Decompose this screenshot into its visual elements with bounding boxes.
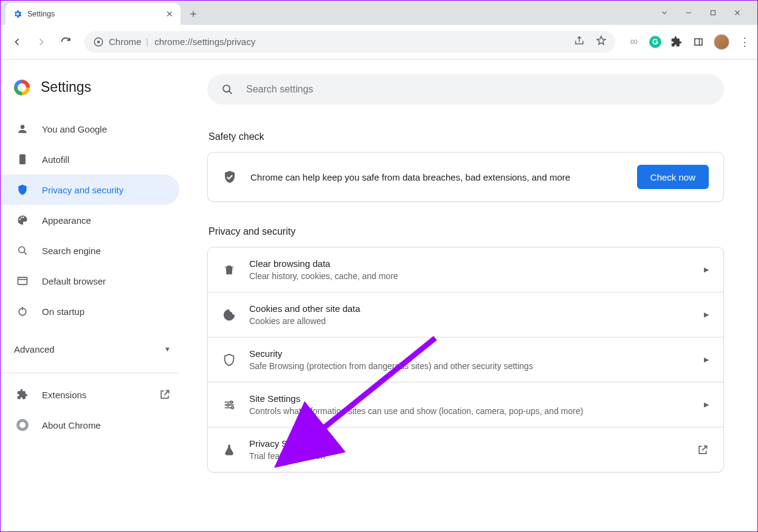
sidebar-item-extensions[interactable]: Extensions [1, 379, 189, 410]
search-settings-field[interactable] [207, 74, 724, 105]
trash-icon [222, 263, 236, 277]
sidebar-item-on-startup[interactable]: On startup [1, 296, 179, 326]
about-label: About Chrome [42, 420, 101, 430]
search-icon [221, 83, 234, 96]
close-icon[interactable]: ✕ [166, 10, 173, 18]
shield-icon [222, 353, 236, 367]
sidebar-item-label: On startup [42, 306, 84, 317]
sidebar-item-search-engine[interactable]: Search engine [1, 235, 179, 266]
svg-point-2 [97, 40, 100, 43]
search-settings-input[interactable] [245, 83, 711, 95]
row-site-settings[interactable]: Site SettingsControls what information s… [208, 382, 723, 427]
chevron-down-icon[interactable] [659, 9, 670, 17]
cookie-icon [222, 308, 236, 322]
browser-tab[interactable]: Settings ✕ [5, 3, 181, 25]
sidebar-item-label: Privacy and security [42, 185, 123, 195]
row-privacy-sandbox[interactable]: Privacy SandboxTrial features are on [208, 427, 723, 472]
sidebar-divider [1, 373, 179, 373]
row-title: Security [249, 348, 691, 359]
chevron-down-icon: ▼ [164, 345, 171, 353]
gear-icon [13, 9, 22, 19]
row-title: Cookies and other site data [249, 303, 691, 314]
window-maximize-icon[interactable] [708, 9, 718, 17]
address-bar[interactable]: Chrome | chrome://settings/privacy [84, 31, 615, 53]
sidebar-item-label: Search engine [42, 246, 101, 256]
sidebar-item-default-browser[interactable]: Default browser [1, 266, 179, 296]
svg-point-8 [230, 401, 233, 403]
extensions-button[interactable] [670, 35, 683, 49]
privacy-list-card: Clear browsing dataClear history, cookie… [207, 247, 724, 472]
svg-point-7 [223, 85, 230, 92]
window-close-icon[interactable] [732, 9, 743, 17]
chevron-right-icon: ▶ [704, 266, 709, 274]
grammarly-icon[interactable]: G [649, 36, 661, 48]
settings-brand: Settings [1, 74, 189, 108]
chevron-right-icon: ▶ [704, 311, 709, 319]
safety-text: Chrome can help keep you safe from data … [250, 172, 624, 182]
chrome-menu-button[interactable]: ⋮ [738, 35, 751, 49]
svg-point-10 [232, 406, 234, 409]
reload-button[interactable] [55, 32, 76, 52]
tab-title: Settings [27, 10, 55, 18]
new-tab-button[interactable] [184, 5, 202, 23]
page-title: Settings [41, 79, 91, 95]
profile-avatar[interactable] [714, 34, 729, 50]
omnibox-chip-label: Chrome [109, 36, 141, 47]
advanced-label: Advanced [14, 344, 55, 354]
shield-check-icon [222, 170, 237, 184]
sidebar-item-label: Default browser [42, 276, 106, 286]
extension-icons: ∞ G ⋮ [627, 34, 751, 50]
chevron-right-icon: ▶ [704, 401, 709, 409]
extensions-label: Extensions [42, 390, 86, 400]
section-heading-safety: Safety check [208, 131, 727, 142]
sidebar-item-appearance[interactable]: Appearance [1, 205, 179, 235]
site-info-chip[interactable]: Chrome | [93, 36, 148, 47]
row-subtitle: Cookies are allowed [249, 316, 691, 326]
sidebar-item-autofill[interactable]: Autofill [1, 144, 179, 174]
svg-rect-0 [711, 11, 715, 15]
open-in-new-icon [159, 389, 171, 401]
row-title: Site Settings [249, 393, 691, 404]
back-button[interactable] [7, 32, 27, 52]
sidebar-advanced-toggle[interactable]: Advanced ▼ [1, 334, 189, 364]
flask-icon [222, 443, 236, 457]
browser-titlebar: Settings ✕ [1, 1, 757, 25]
settings-page: Settings You and Google Autofill Privacy… [1, 59, 757, 531]
chrome-logo-icon [14, 80, 30, 95]
row-security[interactable]: SecuritySafe Browsing (protection from d… [208, 337, 723, 382]
open-in-new-icon [697, 444, 709, 456]
section-heading-privacy: Privacy and security [208, 226, 727, 237]
row-clear-browsing-data[interactable]: Clear browsing dataClear history, cookie… [208, 247, 723, 292]
window-minimize-icon[interactable] [683, 9, 694, 17]
settings-nav: You and Google Autofill Privacy and secu… [1, 108, 189, 326]
sidebar-item-about-chrome[interactable]: About Chrome [1, 410, 189, 440]
settings-main: Safety check Chrome can help keep you sa… [189, 60, 757, 531]
url-text: chrome://settings/privacy [154, 36, 255, 47]
sidebar-item-label: Appearance [42, 215, 91, 226]
row-cookies[interactable]: Cookies and other site dataCookies are a… [208, 292, 723, 337]
browser-toolbar: Chrome | chrome://settings/privacy ∞ G ⋮ [1, 25, 757, 59]
row-subtitle: Trial features are on [249, 451, 683, 461]
chevron-right-icon: ▶ [704, 356, 709, 364]
window-controls [659, 1, 754, 25]
share-icon[interactable] [574, 35, 585, 48]
check-now-button[interactable]: Check now [637, 165, 709, 189]
sliders-icon [222, 398, 236, 412]
sidebar-item-you-and-google[interactable]: You and Google [1, 114, 179, 144]
svg-rect-5 [18, 277, 27, 285]
svg-point-9 [227, 404, 229, 406]
extension-icon-1[interactable]: ∞ [627, 35, 641, 49]
side-panel-icon[interactable] [692, 35, 705, 49]
svg-rect-3 [695, 38, 702, 45]
sidebar-item-label: You and Google [42, 124, 107, 134]
sidebar-item-privacy-security[interactable]: Privacy and security [1, 174, 179, 205]
chrome-grey-icon [16, 419, 29, 431]
row-subtitle: Clear history, cookies, cache, and more [249, 271, 691, 281]
settings-sidebar: Settings You and Google Autofill Privacy… [1, 60, 189, 531]
safety-check-card: Chrome can help keep you safe from data … [207, 152, 724, 202]
row-subtitle: Controls what information sites can use … [249, 406, 691, 416]
forward-button[interactable] [31, 32, 52, 52]
row-subtitle: Safe Browsing (protection from dangerous… [249, 361, 691, 371]
bookmark-icon[interactable] [596, 35, 607, 48]
svg-point-4 [19, 247, 25, 253]
